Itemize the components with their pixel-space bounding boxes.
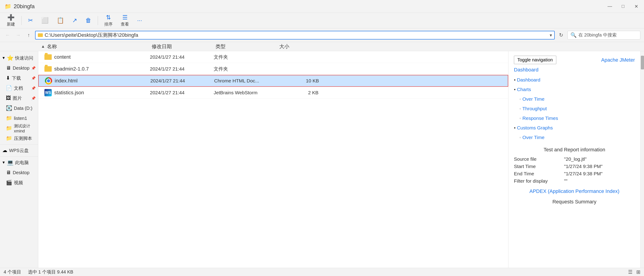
file-row-content[interactable]: content 2024/1/27 21:44 文件夹: [38, 51, 508, 63]
col-name-header[interactable]: 名称: [47, 43, 152, 50]
sidebar-item-quick-access[interactable]: ▼ ⭐ 快速访问: [0, 53, 38, 63]
copy-button[interactable]: ⬜: [38, 16, 52, 25]
nav-link-customs-graphs[interactable]: Customs Graphs: [517, 125, 553, 130]
file-row-sbadmin2[interactable]: sbadmin2-1.0.7 2024/1/27 21:44 文件夹: [38, 63, 508, 75]
sidebar-item-docs[interactable]: 📄 文档 📌: [0, 83, 38, 93]
nav-subitem-over-time: Over Time: [520, 94, 635, 104]
file-row-index[interactable]: index.html 2024/1/27 21:44 Chrome HTML D…: [38, 75, 508, 87]
sidebar-item-downloads[interactable]: ⬇ 下载 📌: [0, 73, 38, 83]
list-view-icon[interactable]: ☰: [628, 269, 632, 275]
nav-subitem-throughput: Throughput: [520, 104, 635, 113]
file-type-content: 文件夹: [214, 54, 278, 60]
sidebar-item-pictures[interactable]: 🖼 图片 📌: [0, 93, 38, 103]
computer-icon: 💻: [7, 159, 14, 166]
file-icon-index: [42, 77, 55, 84]
file-date-content: 2024/1/27 21:44: [150, 54, 214, 60]
view-button[interactable]: ☰ 查看: [118, 13, 132, 28]
nav-item-charts: Charts Over Time Throughput Response Tim…: [514, 85, 635, 123]
file-icon-sbadmin2: [42, 66, 54, 72]
maximize-button[interactable]: □: [620, 3, 626, 10]
toggle-nav-button[interactable]: Toggle navigation: [514, 56, 556, 64]
info-label-source: Source file: [514, 156, 560, 162]
desktop-icon: 🖥: [6, 65, 11, 71]
folder-icon-content: [44, 54, 52, 60]
scrollbar-thumb[interactable]: [641, 56, 644, 69]
file-list: content 2024/1/27 21:44 文件夹 sbadmin2-1.0…: [38, 51, 508, 268]
nav-link-customs-over-time[interactable]: Over Time: [522, 135, 544, 140]
address-input-wrapper[interactable]: C:\Users\peite\Desktop\压测脚本\20bingfa ▾: [35, 31, 555, 40]
apache-jmeter-link[interactable]: Apache JMeter: [601, 57, 635, 63]
apdex-link[interactable]: APDEX (Application Performance Index): [514, 188, 635, 194]
col-date-header[interactable]: 修改日期: [152, 43, 216, 50]
nav-link-dashboard[interactable]: Dashboard: [517, 77, 540, 82]
nav-link-over-time[interactable]: Over Time: [522, 96, 544, 102]
folder-xmind-icon: 📁: [6, 125, 12, 131]
file-row-statistics[interactable]: WS statistics.json 2024/1/27 21:44 JetBr…: [38, 87, 508, 99]
new-button[interactable]: ➕ 新建: [4, 13, 18, 28]
close-button[interactable]: ✕: [633, 3, 640, 10]
up-button[interactable]: ↑: [24, 31, 33, 39]
col-size-header[interactable]: 大小: [279, 43, 320, 50]
sidebar-item-this-pc[interactable]: ▼ 💻 此电脑: [0, 158, 38, 168]
sort-button[interactable]: ⇅ 排序: [101, 13, 116, 28]
info-section: Test and Report information Source file …: [514, 147, 635, 184]
title-bar: 📁 20bingfa — □ ✕: [0, 0, 644, 13]
nav-link-charts[interactable]: Charts: [517, 87, 531, 92]
sidebar-item-datad[interactable]: 💽 Data (D:): [0, 103, 38, 113]
sidebar-item-stress[interactable]: 📁 压测脚本: [0, 133, 38, 143]
share-button[interactable]: ↗: [69, 16, 80, 25]
nav-link-throughput[interactable]: Throughput: [522, 106, 547, 111]
cloud-icon: ☁: [2, 148, 7, 154]
sidebar-item-wps[interactable]: ☁ WPS云盘: [0, 146, 38, 156]
file-name-index: index.html: [55, 78, 150, 84]
nav-link-response-times[interactable]: Response Times: [522, 115, 558, 121]
address-dropdown-icon[interactable]: ▾: [550, 32, 552, 38]
minimize-button[interactable]: —: [607, 3, 613, 10]
sort-icon: ⇅: [106, 14, 111, 21]
grid-view-icon[interactable]: ⊞: [636, 269, 640, 275]
address-text: C:\Users\peite\Desktop\压测脚本\20bingfa: [45, 32, 548, 39]
forward-button[interactable]: →: [14, 31, 22, 39]
cut-icon: ✂: [28, 17, 33, 24]
file-name-sbadmin2: sbadmin2-1.0.7: [54, 66, 150, 72]
star-icon: ⭐: [7, 55, 14, 61]
charts-sublist: Over Time Throughput Response Times: [514, 94, 635, 123]
file-name-statistics: statistics.json: [54, 90, 150, 96]
docs-icon: 📄: [6, 85, 12, 91]
sidebar-item-listen1[interactable]: 📁 listen1: [0, 113, 38, 123]
selected-info: 选中 1 个项目 9.44 KB: [28, 269, 73, 275]
search-placeholder: 在 20bingfa 中搜索: [578, 32, 617, 38]
paste-button[interactable]: 📋: [54, 16, 67, 25]
video-icon: 🎬: [6, 180, 12, 186]
right-scrollbar[interactable]: [640, 51, 644, 268]
info-value-end: "1/27/24 9:38 PM": [564, 171, 602, 177]
delete-button[interactable]: 🗑: [82, 16, 94, 25]
col-type-header[interactable]: 类型: [216, 43, 279, 50]
cut-button[interactable]: ✂: [25, 16, 36, 25]
file-type-sbadmin2: 文件夹: [214, 66, 278, 72]
address-bar: ← → ↑ C:\Users\peite\Desktop\压测脚本\20bing…: [0, 28, 644, 42]
info-row-filter: Filter for display "": [514, 178, 635, 184]
nav-subitem-customs-over-time: Over Time: [520, 133, 635, 142]
new-icon: ➕: [7, 14, 14, 21]
share-icon: ↗: [72, 17, 77, 24]
more-button[interactable]: ···: [134, 16, 145, 25]
copy-icon: ⬜: [41, 17, 48, 24]
back-button[interactable]: ←: [4, 31, 12, 39]
refresh-button[interactable]: ↻: [557, 31, 565, 39]
window-controls: — □ ✕: [607, 3, 640, 10]
info-value-filter: "": [564, 178, 568, 184]
dashboard-main-link[interactable]: Dashboard: [514, 67, 538, 73]
search-wrapper[interactable]: 🔍 在 20bingfa 中搜索: [568, 31, 640, 40]
file-type-statistics: JetBrains WebStorm: [214, 90, 278, 95]
sidebar-item-desktop2[interactable]: 🖥 Desktop: [0, 168, 38, 178]
sidebar-separator: [0, 144, 38, 145]
drive-icon: 💽: [6, 105, 12, 111]
sidebar-item-xmind[interactable]: 📁 测试设计xmind: [0, 123, 38, 133]
nav-item-customs-graphs: Customs Graphs Over Time: [514, 123, 635, 142]
sidebar-item-video[interactable]: 🎬 视频: [0, 178, 38, 188]
sidebar-item-desktop[interactable]: 🖥 Desktop 📌: [0, 63, 38, 73]
file-date-sbadmin2: 2024/1/27 21:44: [150, 66, 214, 72]
info-value-source: "20_log.jtl": [564, 156, 586, 162]
nav-list: Dashboard Charts Over Time Throughput Re…: [514, 75, 635, 142]
